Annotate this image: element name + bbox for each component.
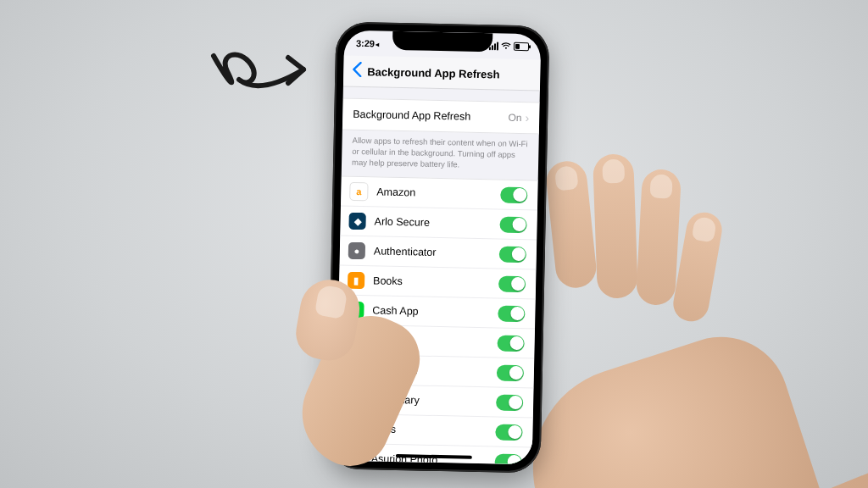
app-list: aAmazon◆Arlo Secure●Authenticator▮Books$… [336, 176, 538, 464]
app-icon-docs [344, 419, 363, 438]
app-icon-auth: ● [348, 242, 365, 259]
app-icon-books: ▮ [348, 272, 364, 289]
app-toggle-chase[interactable] [497, 335, 524, 352]
app-icon-amazon: a [349, 182, 368, 201]
callout-arrow-icon [203, 32, 322, 125]
app-row-books: ▮Books [339, 266, 537, 300]
status-time: 3:29◂ [356, 38, 379, 49]
chevron-right-icon: › [525, 111, 529, 125]
section-footer-text: Allow apps to refresh their content when… [342, 130, 539, 180]
wifi-icon [501, 42, 511, 51]
svg-rect-0 [353, 335, 359, 337]
stage: 3:29◂ Background App Refresh Background [0, 0, 868, 488]
app-name-label: Docs [371, 424, 495, 438]
app-row-docs: Docs [336, 414, 533, 448]
app-row-chase: Chase [337, 325, 535, 359]
app-icon-coinbase [346, 360, 364, 379]
app-toggle-amazon[interactable] [500, 186, 527, 203]
app-name-label: Authenticator [374, 246, 499, 260]
app-icon-asurion [344, 449, 363, 464]
phone-screen: 3:29◂ Background App Refresh Background [336, 30, 542, 465]
svg-rect-7 [351, 430, 356, 430]
app-row-coinbase: Coinbase [337, 355, 535, 389]
app-icon-cash: $ [347, 302, 364, 319]
phone-frame: 3:29◂ Background App Refresh Background [326, 21, 549, 473]
app-name-label: Books [373, 275, 498, 290]
svg-point-10 [351, 457, 355, 461]
svg-rect-5 [353, 368, 357, 371]
svg-rect-8 [351, 431, 354, 432]
app-name-label: Chase [374, 335, 498, 349]
app-name-label: Coinbase [373, 364, 497, 379]
svg-rect-3 [351, 336, 353, 343]
app-icon-chase [346, 330, 364, 349]
svg-rect-6 [351, 428, 356, 429]
app-name-label: Cash App [372, 305, 498, 319]
nav-title: Background App Refresh [367, 65, 500, 80]
app-icon-dict: D [345, 390, 364, 408]
app-toggle-asurion[interactable] [495, 453, 522, 464]
master-refresh-row[interactable]: Background App Refresh On › [342, 98, 540, 135]
master-refresh-label: Background App Refresh [353, 108, 509, 124]
app-name-label: Arlo Secure [374, 216, 499, 230]
app-toggle-coinbase[interactable] [497, 364, 524, 381]
app-toggle-cash[interactable] [498, 305, 525, 322]
app-row-auth: ●Authenticator [340, 236, 537, 270]
notch [392, 31, 492, 52]
battery-icon [514, 42, 529, 51]
app-toggle-docs[interactable] [495, 424, 522, 441]
svg-rect-2 [353, 342, 359, 345]
app-toggle-dict[interactable] [496, 394, 523, 411]
app-row-arlo: ◆Arlo Secure [340, 207, 537, 241]
master-refresh-value: On [508, 112, 521, 124]
app-row-amazon: aAmazon [341, 177, 538, 211]
app-toggle-books[interactable] [498, 275, 526, 292]
nav-bar: Background App Refresh [343, 56, 541, 92]
app-icon-arlo: ◆ [348, 213, 365, 230]
app-row-cash: $Cash App [338, 296, 536, 330]
app-name-label: Amazon [376, 186, 500, 201]
app-row-dict: DDictionary [337, 385, 534, 419]
app-toggle-arlo[interactable] [499, 216, 526, 233]
svg-rect-1 [359, 336, 361, 343]
back-button[interactable] [343, 62, 367, 81]
app-name-label: Dictionary [372, 394, 496, 408]
app-toggle-auth[interactable] [499, 246, 526, 263]
settings-content[interactable]: Background App Refresh On › Allow apps t… [336, 86, 540, 465]
